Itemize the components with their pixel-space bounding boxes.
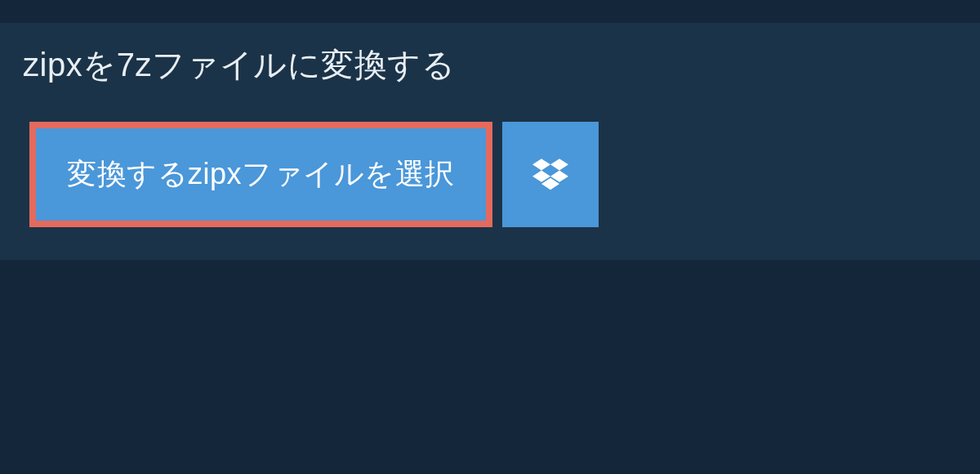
action-row: 変換するzipxファイルを選択 — [0, 105, 980, 227]
select-file-button[interactable]: 変換するzipxファイルを選択 — [29, 122, 492, 227]
title-bar: zipxを7zファイルに変換する — [0, 23, 478, 105]
select-file-label: 変換するzipxファイルを選択 — [67, 154, 455, 195]
dropbox-button[interactable] — [502, 122, 599, 227]
converter-panel: zipxを7zファイルに変換する 変換するzipxファイルを選択 — [0, 23, 980, 260]
dropbox-icon — [532, 159, 568, 191]
page-title: zipxを7zファイルに変換する — [23, 42, 455, 87]
